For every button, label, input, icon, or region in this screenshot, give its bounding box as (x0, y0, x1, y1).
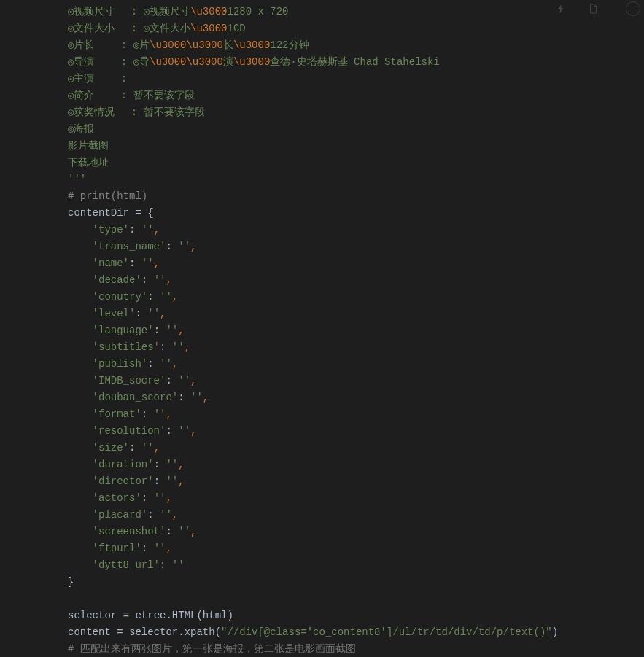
code-segment: '' (141, 257, 154, 269)
code-editor[interactable]: ◎视频尺寸 : ◎视频尺寸\u30001280 x 720◎文件大小 : ◎文件… (0, 0, 644, 657)
code-segment (68, 459, 93, 470)
code-line[interactable]: 'IMDB_socre': '', (68, 373, 644, 389)
code-line[interactable]: ◎文件大小 : ◎文件大小\u30001CD (68, 20, 644, 37)
code-line[interactable]: # print(html) (68, 188, 644, 205)
code-line[interactable]: 下载地址 (68, 155, 644, 171)
code-segment: 演 (223, 56, 233, 68)
code-line[interactable]: 'size': '', (68, 440, 644, 456)
code-segment: , (154, 257, 160, 269)
code-segment: , (178, 475, 184, 487)
document-icon[interactable] (588, 3, 600, 15)
code-segment: '' (178, 425, 190, 437)
code-line[interactable]: 'format': '', (68, 406, 644, 423)
code-segment: 1CD (227, 23, 245, 34)
code-segment (68, 291, 93, 303)
code-line[interactable]: ◎导演 : ◎导\u3000\u3000演\u3000查德·史塔赫斯基 Chad… (68, 54, 644, 71)
code-segment: # 匹配出来有两张图片，第一张是海报，第二张是电影画面截图 (68, 643, 356, 655)
code-line[interactable]: 'actors': '', (68, 490, 644, 507)
code-line[interactable]: 'type': '', (68, 222, 644, 238)
code-segment: = (117, 626, 129, 638)
code-line[interactable]: 'ftpurl': '', (68, 540, 644, 557)
code-segment: , (166, 492, 171, 504)
code-line[interactable]: # 匹配出来有两张图片，第一张是海报，第二张是电影画面截图 (68, 641, 644, 657)
code-line[interactable]: ◎简介 : 暂不要该字段 (68, 88, 644, 104)
code-segment: = (123, 610, 136, 621)
code-line[interactable]: 'screenshot': '', (68, 524, 644, 540)
code-segment: : (141, 274, 154, 286)
code-segment: , (190, 425, 196, 437)
code-segment: : (147, 358, 160, 370)
code-line[interactable]: 'dytt8_url': '' (68, 557, 644, 574)
code-segment: : (141, 408, 154, 420)
code-line[interactable]: 'conutry': '', (68, 289, 644, 306)
code-segment (68, 224, 93, 236)
code-segment: '' (160, 291, 172, 303)
code-line[interactable]: 'director': '', (68, 473, 644, 490)
code-segment: , (154, 442, 160, 454)
code-segment: \u3000 (190, 6, 227, 18)
code-segment (68, 475, 93, 487)
code-segment: ◎获奖情况 : 暂不要该字段 (68, 106, 205, 118)
code-segment: , (203, 392, 209, 403)
code-segment: 'level' (93, 308, 136, 319)
code-segment (68, 543, 93, 554)
code-line[interactable]: selector = etree.HTML(html) (68, 607, 644, 624)
code-segment: : (147, 509, 160, 521)
code-line[interactable] (68, 591, 644, 607)
code-segment: '' (178, 375, 190, 386)
code-segment (68, 442, 93, 454)
code-segment: ◎海报 (68, 123, 94, 135)
code-line[interactable]: content = selector.xpath("//div[@class='… (68, 624, 644, 641)
code-line[interactable]: ◎获奖情况 : 暂不要该字段 (68, 104, 644, 121)
code-segment: , (166, 408, 171, 420)
code-segment: : (129, 224, 141, 236)
code-line[interactable]: contentDir = { (68, 205, 644, 222)
code-segment: 'dytt8_url' (93, 559, 160, 571)
code-segment: , (190, 375, 196, 386)
code-segment: \u3000\u3000 (150, 39, 223, 51)
code-line[interactable]: 'name': '', (68, 255, 644, 272)
code-segment: '' (166, 459, 178, 470)
code-line[interactable]: 'trans_name': '', (68, 238, 644, 255)
circle-status-icon[interactable] (626, 1, 640, 16)
code-line[interactable]: 影片截图 (68, 138, 644, 155)
code-segment: selector.xpath( (129, 626, 221, 638)
code-line[interactable]: 'resolution': '', (68, 423, 644, 440)
code-segment (68, 408, 93, 420)
code-segment: 'name' (93, 257, 129, 269)
code-line[interactable]: 'level': '', (68, 306, 644, 322)
code-segment: 'ftpurl' (93, 543, 141, 554)
code-line[interactable]: 'subtitles': '', (68, 339, 644, 356)
code-segment: 查德·史塔赫斯基 Chad Stahelski (270, 56, 439, 68)
code-segment (68, 492, 93, 504)
code-segment: , (172, 509, 178, 521)
code-segment: '' (178, 241, 190, 252)
code-line[interactable]: 'placard': '', (68, 507, 644, 524)
code-line[interactable]: } (68, 574, 644, 591)
code-line[interactable]: 'publish': '', (68, 356, 644, 373)
code-segment: # print(html) (68, 190, 147, 202)
code-segment: : (129, 257, 141, 269)
lightning-icon[interactable] (556, 3, 567, 15)
code-segment: 122分钟 (270, 39, 309, 51)
code-line[interactable]: ◎海报 (68, 121, 644, 138)
code-line[interactable]: 'douban_score': '', (68, 389, 644, 406)
code-segment: , (166, 543, 171, 554)
code-segment: 'language' (93, 324, 154, 336)
code-segment: '' (154, 543, 166, 554)
code-segment: '' (147, 308, 160, 319)
code-segment: 下载地址 (68, 157, 109, 168)
code-segment: = (135, 207, 147, 219)
code-segment (68, 308, 93, 319)
code-segment: '' (154, 492, 166, 504)
code-segment (68, 257, 93, 269)
code-segment: '' (166, 475, 178, 487)
code-line[interactable]: ''' (68, 171, 644, 188)
code-line[interactable]: 'decade': '', (68, 272, 644, 289)
code-line[interactable]: 'duration': '', (68, 456, 644, 473)
code-line[interactable]: ◎片长 : ◎片\u3000\u3000长\u3000122分钟 (68, 37, 644, 54)
code-line[interactable]: ◎主演 : (68, 71, 644, 88)
code-segment (68, 324, 93, 336)
code-segment (68, 241, 93, 252)
code-line[interactable]: 'language': '', (68, 322, 644, 339)
